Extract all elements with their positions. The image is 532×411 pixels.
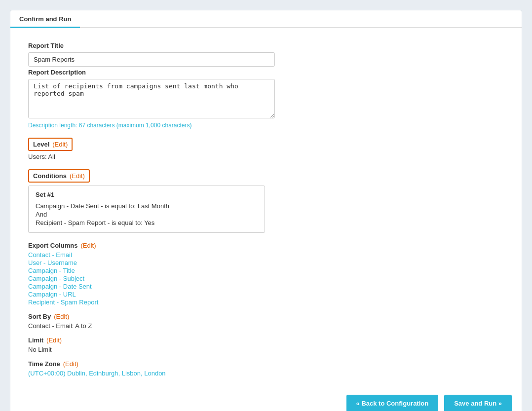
level-bordered: Level (Edit) — [28, 138, 73, 151]
description-length: Description length: 67 characters (maxim… — [28, 122, 504, 129]
export-column-item: Campaign - Subject — [28, 275, 504, 282]
sort-by-edit-link[interactable]: (Edit) — [54, 313, 69, 320]
level-edit-link[interactable]: (Edit) — [52, 141, 68, 148]
export-columns-section-header: Export Columns (Edit) — [28, 242, 504, 249]
main-card: Confirm and Run Report Title Report Desc… — [10, 10, 522, 411]
tab-bar: Confirm and Run — [10, 10, 522, 28]
limit-section-header: Limit (Edit) — [28, 336, 504, 344]
sort-by-section-header: Sort By (Edit) — [28, 313, 504, 320]
timezone-title: Time Zone — [28, 360, 60, 368]
report-description-textarea[interactable]: List of recipients from campaigns sent l… — [28, 79, 275, 118]
limit-edit-link[interactable]: (Edit) — [46, 336, 62, 344]
export-column-item: Recipient - Spam Report — [28, 299, 504, 306]
export-column-item: Campaign - URL — [28, 291, 504, 298]
footer-bar: « Back to Configuration Save and Run » — [10, 388, 522, 411]
conditions-edit-link[interactable]: (Edit) — [70, 172, 85, 180]
conditions-set-title: Set #1 — [36, 191, 258, 198]
level-title: Level — [33, 141, 49, 148]
export-columns-list: Contact - EmailUser - UsernameCampaign -… — [28, 251, 504, 306]
export-column-item: Campaign - Title — [28, 267, 504, 274]
conditions-section-header: Conditions (Edit) — [28, 169, 504, 183]
save-and-run-button[interactable]: Save and Run » — [444, 395, 512, 411]
report-description-label: Report Description — [28, 69, 504, 76]
timezone-edit-link[interactable]: (Edit) — [63, 360, 78, 368]
export-column-item: Contact - Email — [28, 251, 504, 259]
export-column-item: Campaign - Date Sent — [28, 283, 504, 290]
export-columns-edit-link[interactable]: (Edit) — [80, 242, 96, 249]
limit-value: No Limit — [28, 346, 504, 353]
condition-line-2: Recipient - Spam Report - is equal to: Y… — [36, 219, 258, 226]
page-wrapper: Confirm and Run Report Title Report Desc… — [0, 0, 532, 411]
conditions-box: Set #1 Campaign - Date Sent - is equal t… — [28, 186, 265, 233]
timezone-section-header: Time Zone (Edit) — [28, 360, 504, 368]
level-value: Users: All — [28, 153, 504, 160]
conditions-bordered: Conditions (Edit) — [28, 169, 90, 183]
limit-title: Limit — [28, 336, 43, 344]
condition-and: And — [36, 211, 258, 218]
tab-confirm-and-run[interactable]: Confirm and Run — [10, 10, 80, 28]
condition-line-1: Campaign - Date Sent - is equal to: Last… — [36, 202, 258, 210]
sort-by-value: Contact - Email: A to Z — [28, 322, 504, 330]
conditions-title: Conditions — [33, 172, 67, 180]
report-title-label: Report Title — [28, 42, 504, 49]
timezone-value: (UTC+00:00) Dublin, Edinburgh, Lisbon, L… — [28, 370, 504, 377]
report-title-input[interactable] — [28, 52, 275, 67]
level-section-header: Level (Edit) — [28, 138, 504, 151]
card-body: Report Title Report Description List of … — [10, 28, 522, 388]
export-column-item: User - Username — [28, 259, 504, 266]
sort-by-title: Sort By — [28, 313, 51, 320]
export-columns-title: Export Columns — [28, 242, 77, 249]
back-to-configuration-button[interactable]: « Back to Configuration — [346, 395, 439, 411]
